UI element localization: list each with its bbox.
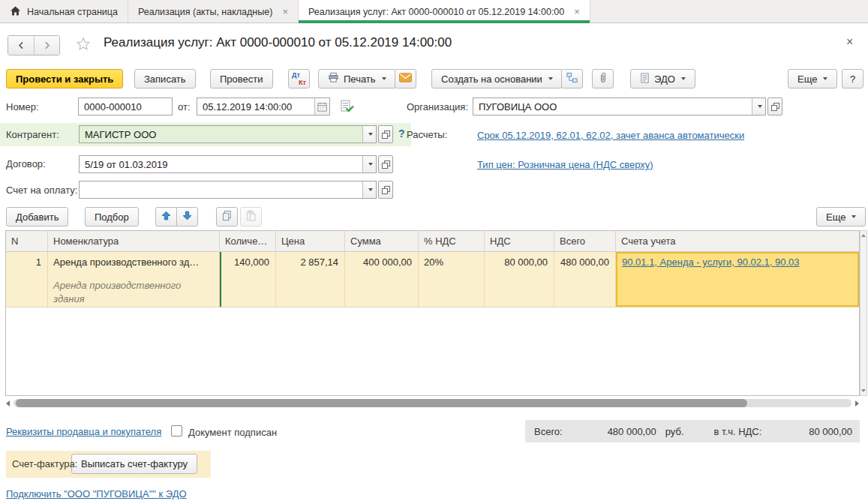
column-header-vat[interactable]: НДС: [485, 231, 554, 251]
help-button[interactable]: ?: [842, 69, 863, 88]
dropdown-button[interactable]: [362, 126, 376, 142]
scroll-up-icon[interactable]: [861, 234, 866, 237]
copy-icon: [221, 210, 233, 224]
add-row-button[interactable]: Добавить: [6, 207, 68, 226]
paste-row-button[interactable]: [240, 207, 262, 226]
favorite-star-icon[interactable]: [75, 36, 92, 55]
column-header-sum[interactable]: Сумма: [345, 231, 419, 251]
related-documents-button[interactable]: [561, 69, 583, 88]
app-window: Начальная страница Реализация (акты, нак…: [0, 0, 868, 504]
date-label: от:: [178, 101, 191, 112]
seller-buyer-details-link[interactable]: Реквизиты продавца и покупателя: [6, 426, 161, 437]
move-down-button[interactable]: [176, 207, 198, 226]
column-header-quantity[interactable]: Количе…: [220, 231, 276, 251]
caret-down-icon: [548, 77, 553, 80]
scroll-down-icon[interactable]: [861, 389, 866, 392]
caret-down-icon: [681, 77, 686, 80]
edo-document-icon: [640, 73, 650, 86]
column-header-nomenclature[interactable]: Номенклатура: [48, 231, 220, 251]
dropdown-button[interactable]: [362, 156, 376, 172]
scroll-right-icon[interactable]: [855, 400, 859, 406]
horizontal-scrollbar[interactable]: [5, 398, 860, 408]
column-header-accounts[interactable]: Счета учета: [616, 231, 859, 251]
vertical-scrollbar[interactable]: [860, 230, 867, 396]
pick-button[interactable]: Подбор: [85, 207, 139, 226]
price-type-link[interactable]: Тип цен: Розничная цена (НДС сверху): [477, 159, 653, 170]
date-field[interactable]: 05.12.2019 14:00:00: [197, 98, 330, 116]
counterparty-help-icon[interactable]: ?: [398, 128, 405, 140]
attachments-button[interactable]: [592, 69, 614, 88]
scrollbar-thumb[interactable]: [16, 399, 747, 407]
column-header-total[interactable]: Всего: [554, 231, 616, 251]
contract-open-button[interactable]: [378, 155, 393, 173]
print-button[interactable]: Печать: [318, 69, 396, 88]
document-check-icon[interactable]: [340, 99, 354, 116]
column-header-price[interactable]: Цена: [276, 231, 345, 251]
post-button[interactable]: Провести: [210, 69, 273, 88]
cell-price[interactable]: 2 857,14: [276, 252, 345, 307]
paperclip-icon: [598, 72, 608, 86]
organization-open-button[interactable]: [767, 98, 782, 116]
page-title: Реализация услуг: Акт 0000-000010 от 05.…: [104, 35, 452, 50]
counterparty-open-button[interactable]: [378, 125, 393, 143]
payment-invoice-field[interactable]: [79, 181, 377, 199]
currency-label: руб.: [665, 426, 684, 437]
calendar-icon[interactable]: [314, 98, 329, 115]
vat-total-value: 80 000,00: [761, 426, 852, 437]
table-row[interactable]: 1 Аренда производственного зд… Аренда пр…: [6, 252, 859, 308]
dr-cr-button[interactable]: ДтКт: [288, 69, 310, 88]
organization-field[interactable]: ПУГОВИЦА ООО: [473, 98, 766, 116]
scroll-left-icon[interactable]: [6, 400, 10, 406]
cell-sum[interactable]: 400 000,00: [345, 252, 419, 307]
forward-button[interactable]: [34, 36, 59, 55]
dropdown-button[interactable]: [752, 98, 765, 115]
email-button[interactable]: [395, 69, 416, 88]
cell-nomenclature[interactable]: Аренда производственного зд… Аренда прои…: [48, 252, 220, 307]
contract-field[interactable]: 5/19 от 01.03.2019: [79, 155, 377, 173]
grid-more-button[interactable]: Еще: [816, 207, 866, 226]
post-and-close-button[interactable]: Провести и закрыть: [6, 69, 123, 88]
tab-realization-list[interactable]: Реализация (акты, накладные) ×: [128, 0, 299, 23]
column-header-n[interactable]: N: [6, 231, 48, 251]
copy-row-button[interactable]: [216, 207, 238, 226]
more-button[interactable]: Еще: [788, 69, 837, 88]
cell-vat[interactable]: 80 000,00: [485, 252, 554, 307]
caret-down-icon: [368, 163, 373, 166]
number-field[interactable]: 0000-000010: [78, 98, 173, 116]
payment-invoice-open-button[interactable]: [378, 181, 393, 199]
edo-button[interactable]: ЭДО: [630, 69, 695, 88]
counterparty-field[interactable]: МАГИСТР ООО: [79, 125, 377, 143]
connect-edo-link[interactable]: Подключить "ООО "ПУГОВИЦА"" к ЭДО: [6, 488, 187, 500]
cell-total[interactable]: 480 000,00: [554, 252, 616, 307]
save-button[interactable]: Записать: [134, 69, 196, 88]
cell-accounts-selected[interactable]: 90.01.1, Аренда - услуги, 90.02.1, 90.03: [616, 252, 859, 307]
tab-realization-act[interactable]: Реализация услуг: Акт 0000-000010 от 05.…: [299, 0, 590, 23]
cell-row-number[interactable]: 1: [6, 252, 48, 307]
document-signed-checkbox[interactable]: [171, 425, 182, 436]
issue-invoice-button[interactable]: Выписать счет-фактуру: [71, 454, 197, 474]
settlements-link[interactable]: Срок 05.12.2019, 62.01, 62.02, зачет ава…: [477, 130, 744, 141]
related-documents-icon: [566, 72, 578, 86]
caret-down-icon: [382, 77, 386, 80]
current-column-indicator: [220, 252, 221, 307]
column-header-vat-rate[interactable]: % НДС: [419, 231, 485, 251]
cell-vat-rate[interactable]: 20%: [419, 252, 485, 307]
accounts-link[interactable]: 90.01.1, Аренда - услуги, 90.02.1, 90.03: [622, 256, 800, 268]
window-close-icon[interactable]: ×: [846, 35, 853, 49]
move-up-button[interactable]: [155, 207, 177, 226]
dropdown-button[interactable]: [362, 182, 376, 198]
tab-label: Начальная страница: [27, 7, 118, 17]
close-icon[interactable]: ×: [282, 6, 288, 17]
back-button[interactable]: [8, 36, 34, 55]
document-signed-label: Документ подписан: [188, 427, 277, 438]
totals-bar: Всего: 480 000,00 руб. в т.ч. НДС: 80 00…: [525, 420, 860, 442]
close-icon[interactable]: ×: [574, 6, 580, 17]
tab-label: Реализация услуг: Акт 0000-000010 от 05.…: [308, 7, 564, 17]
create-based-on-button[interactable]: Создать на основании: [431, 69, 563, 88]
tab-home[interactable]: Начальная страница: [0, 0, 128, 23]
counterparty-label: Контрагент:: [6, 129, 59, 140]
caret-down-icon: [368, 188, 373, 191]
arrow-up-icon: [161, 211, 171, 223]
cell-quantity[interactable]: 140,000: [220, 252, 276, 307]
caret-down-icon: [368, 133, 373, 136]
